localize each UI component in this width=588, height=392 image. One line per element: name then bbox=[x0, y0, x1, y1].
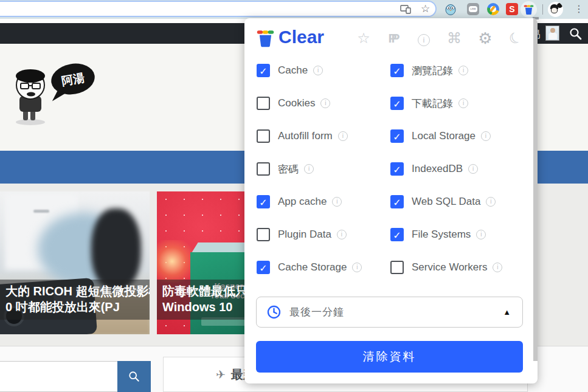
s-extension-icon[interactable]: S bbox=[506, 3, 518, 15]
info-icon[interactable] bbox=[458, 66, 468, 75]
local-storage-row: Local Storage bbox=[390, 129, 491, 143]
caret-up-icon bbox=[503, 308, 511, 317]
cache-storage-label: Cache Storage bbox=[278, 261, 347, 273]
clear-extension-popup: Clear Cache Cookies Autofill form 密碼 bbox=[244, 18, 538, 383]
site-search-button[interactable] bbox=[117, 361, 151, 392]
bucket-icon bbox=[523, 4, 534, 15]
download-history-row: 下載記錄 bbox=[390, 97, 468, 110]
site-mascot-doodle: 阿湯 bbox=[5, 61, 102, 126]
dark-mode-moon-icon[interactable] bbox=[508, 30, 524, 47]
browser-toolbar: LINE S bbox=[0, 0, 588, 19]
google-extension-icon[interactable] bbox=[487, 3, 499, 15]
service-workers-checkbox[interactable] bbox=[390, 261, 404, 274]
info-icon[interactable] bbox=[304, 164, 314, 174]
info-icon[interactable] bbox=[493, 263, 502, 272]
info-icon[interactable] bbox=[481, 131, 491, 141]
autofill-form-checkbox[interactable] bbox=[257, 129, 270, 143]
cache-label: Cache bbox=[278, 64, 308, 77]
toolbar-divider bbox=[542, 4, 543, 15]
web-sql-data-label: Web SQL Data bbox=[412, 196, 480, 208]
line-extension-label: LINE bbox=[469, 6, 477, 12]
info-glyph bbox=[418, 34, 430, 46]
cookies-row: Cookies bbox=[257, 97, 330, 110]
clear-logo-bucket-icon bbox=[255, 28, 275, 48]
info-icon[interactable] bbox=[468, 164, 478, 174]
time-range-value: 最後一分鐘 bbox=[289, 305, 344, 319]
web-sql-data-checkbox[interactable] bbox=[390, 195, 404, 208]
indexeddb-checkbox[interactable] bbox=[390, 162, 404, 176]
clear-data-button[interactable]: 清除資料 bbox=[256, 341, 523, 373]
info-icon[interactable] bbox=[337, 230, 347, 239]
passwords-checkbox[interactable] bbox=[257, 162, 270, 176]
avatar-body bbox=[548, 33, 557, 40]
cache-checkbox[interactable] bbox=[257, 64, 270, 77]
popup-scrollbar[interactable] bbox=[533, 18, 538, 361]
cache-storage-row: Cache Storage bbox=[257, 261, 362, 274]
send-to-device-icon[interactable] bbox=[400, 5, 411, 14]
gopher-extension-icon[interactable] bbox=[444, 3, 457, 15]
profile-avatar[interactable] bbox=[548, 2, 563, 17]
info-icon[interactable] bbox=[352, 263, 362, 272]
local-storage-label: Local Storage bbox=[412, 130, 476, 142]
indexeddb-row: IndexedDB bbox=[390, 162, 478, 176]
avatar-speech-dot bbox=[557, 3, 562, 8]
favorite-star-icon[interactable] bbox=[356, 30, 372, 47]
avatar-head bbox=[550, 28, 555, 33]
info-icon[interactable] bbox=[332, 197, 342, 207]
clock-icon bbox=[267, 305, 281, 319]
clear-extension-icon-active[interactable] bbox=[521, 1, 537, 18]
autofill-form-label: Autofill form bbox=[278, 130, 333, 142]
plugin-data-label: Plugin Data bbox=[278, 229, 331, 241]
browsing-history-label: 瀏覽記錄 bbox=[412, 64, 453, 78]
settings-gear-icon[interactable] bbox=[477, 30, 493, 47]
info-icon[interactable] bbox=[486, 197, 496, 207]
cache-row: Cache bbox=[257, 64, 323, 77]
service-workers-label: Service Workers bbox=[412, 261, 487, 273]
web-sql-data-row: Web SQL Data bbox=[390, 195, 496, 208]
article-title-line2: 0 吋都能投放出來(PJ bbox=[5, 299, 144, 315]
file-systems-checkbox[interactable] bbox=[390, 228, 404, 241]
cookies-label: Cookies bbox=[278, 97, 315, 109]
file-systems-row: File Systems bbox=[390, 228, 486, 241]
browser-menu-icon[interactable] bbox=[574, 3, 584, 15]
app-cache-checkbox[interactable] bbox=[257, 195, 270, 208]
info-icon[interactable] bbox=[338, 131, 348, 141]
paypal-donate-icon[interactable] bbox=[386, 30, 402, 46]
about-info-icon[interactable] bbox=[416, 30, 432, 46]
paper-plane-icon bbox=[216, 368, 226, 382]
app-cache-row: App cache bbox=[257, 195, 342, 208]
app-cache-label: App cache bbox=[278, 196, 327, 208]
shortcut-command-icon[interactable] bbox=[446, 30, 462, 47]
site-search-input[interactable] bbox=[0, 361, 118, 392]
info-icon[interactable] bbox=[458, 98, 468, 108]
screen: LINE S 易 bbox=[0, 0, 588, 392]
cache-storage-checkbox[interactable] bbox=[257, 261, 270, 274]
browsing-history-checkbox[interactable] bbox=[390, 64, 404, 77]
time-range-select[interactable]: 最後一分鐘 bbox=[256, 297, 523, 328]
photo-dark-cat bbox=[91, 208, 141, 291]
service-workers-row: Service Workers bbox=[390, 261, 502, 274]
bookmark-star-icon[interactable] bbox=[421, 2, 430, 15]
cookies-checkbox[interactable] bbox=[257, 97, 270, 110]
passwords-row: 密碼 bbox=[257, 162, 314, 176]
article-title-line1: 大的 RICOH 超短焦微投影機開 bbox=[5, 283, 144, 299]
search-icon bbox=[128, 371, 140, 382]
site-search-icon[interactable] bbox=[569, 27, 582, 40]
download-history-checkbox[interactable] bbox=[390, 97, 404, 110]
download-history-label: 下載記錄 bbox=[412, 97, 453, 111]
article-card-projector[interactable]: 大的 RICOH 超短焦微投影機開 0 吋都能投放出來(PJ bbox=[0, 191, 150, 334]
autofill-form-row: Autofill form bbox=[257, 129, 348, 143]
info-icon[interactable] bbox=[320, 98, 330, 108]
address-bar[interactable] bbox=[0, 1, 437, 17]
photo-drawer-knob bbox=[33, 210, 49, 213]
line-extension-icon[interactable]: LINE bbox=[467, 3, 479, 15]
passwords-label: 密碼 bbox=[278, 162, 299, 176]
browsing-history-row: 瀏覽記錄 bbox=[390, 64, 468, 77]
popup-title: Clear bbox=[278, 27, 324, 47]
local-storage-checkbox[interactable] bbox=[390, 129, 404, 143]
indexeddb-label: IndexedDB bbox=[412, 163, 463, 175]
plugin-data-checkbox[interactable] bbox=[257, 228, 270, 241]
info-icon[interactable] bbox=[476, 230, 486, 239]
site-author-avatar[interactable] bbox=[545, 26, 559, 41]
info-icon[interactable] bbox=[313, 66, 323, 75]
